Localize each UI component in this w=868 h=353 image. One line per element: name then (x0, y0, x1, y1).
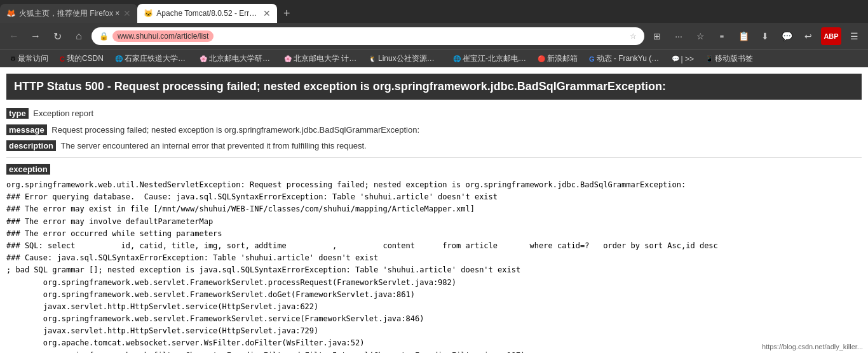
description-section: description The server encountered an in… (6, 140, 862, 152)
page-content: HTTP Status 500 - Request processing fai… (0, 67, 868, 353)
address-highlight[interactable]: www.shuhui.com/article/list (112, 30, 214, 42)
tomcat-favicon: 🐱 (144, 9, 153, 18)
tab-bar: 🦊 火狐主页，推荐使用 Firefox × ✕ 🐱 Apache Tomcat/… (0, 0, 868, 23)
bookmark-bupt-cs[interactable]: 🌸 北京邮电大学 计算机... (279, 52, 362, 65)
bookmark-linux[interactable]: 🐧 Linux公社资源站_Linu... (363, 52, 447, 65)
more-tools-button[interactable]: ··· (670, 27, 688, 45)
bookmark-most-visited[interactable]: ⚙ 最常访问 (5, 52, 53, 65)
exception-text: org.springframework.web.util.NestedServl… (6, 179, 862, 353)
bookmark-wechat[interactable]: 💬 | >> (667, 53, 699, 65)
message-label: message (6, 124, 47, 135)
bookmark-csdn-label: 我的CSDN (67, 53, 104, 64)
bookmark-bupt-grad[interactable]: 🌸 北京邮电大学研究生... (194, 52, 278, 65)
bookmark-shijiazhuang[interactable]: 🌐 石家庄铁道大学教学... (110, 52, 193, 65)
error-header: HTTP Status 500 - Request processing fai… (6, 74, 862, 100)
menu-button[interactable]: ☰ (845, 27, 863, 45)
bookmark-mobile-label: 移动版书签 (715, 53, 753, 64)
home-button[interactable]: ⌂ (70, 27, 88, 45)
bookmark-mobile[interactable]: 📱 移动版书签 (700, 52, 758, 65)
navigation-bar: ← → ↻ ⌂ 🔒 www.shuhui.com/article/list ☆ … (0, 23, 868, 50)
bookmark-sina-mail[interactable]: 🔴 新浪邮箱 (532, 52, 583, 65)
exception-section: exception (6, 163, 862, 176)
most-visited-icon: ⚙ (10, 55, 16, 62)
bookmark-wechat-label: | >> (681, 55, 694, 63)
sidebar-button[interactable]: 📋 (735, 27, 752, 45)
description-value: The server encountered an internal error… (60, 141, 366, 150)
message-section: message Request processing failed; neste… (6, 124, 862, 137)
bookmark-frankyu[interactable]: G 动态 - FrankYu (fran... (584, 52, 665, 65)
bookmark-frankyu-label: 动态 - FrankYu (fran... (597, 53, 660, 64)
bupt-cs-icon: 🌸 (284, 55, 292, 62)
reload-button[interactable]: ↻ (48, 27, 66, 45)
type-section: type Exception report (6, 107, 862, 120)
bookmarks-bar: ⚙ 最常访问 C 我的CSDN 🌐 石家庄铁道大学教学... 🌸 北京邮电大学研… (0, 50, 868, 67)
mobile-icon: 📱 (705, 55, 713, 62)
firefox-favicon: 🦊 (6, 9, 15, 18)
linux-icon: 🐧 (369, 55, 376, 62)
bookmark-bupt-grad-label: 北京邮电大学研究生... (209, 53, 273, 64)
bookmark-linux-label: Linux公社资源站_Linu... (378, 53, 442, 64)
download-button[interactable]: ⬇ (756, 27, 774, 45)
description-label: description (6, 140, 56, 151)
wechat-icon: 💬 (672, 55, 679, 62)
abp-button[interactable]: ABP (821, 27, 841, 45)
new-tab-button[interactable]: + (277, 4, 296, 23)
bookmark-shijiazhuang-label: 石家庄铁道大学教学... (125, 53, 188, 64)
type-value: Exception report (33, 109, 93, 118)
bookmark-star-button[interactable]: ☆ (691, 27, 709, 45)
tab-tomcat-title: Apache Tomcat/8.0.52 - Error re... (156, 9, 259, 18)
chat-button[interactable]: 💬 (778, 27, 796, 45)
exception-label: exception (6, 164, 50, 175)
tab-firefox-title: 火狐主页，推荐使用 Firefox × (19, 8, 119, 19)
message-value: Request processing failed; nested except… (51, 125, 419, 135)
back-sync-button[interactable]: ↩ (799, 27, 817, 45)
tab-tomcat-error[interactable]: 🐱 Apache Tomcat/8.0.52 - Error re... ✕ (137, 4, 277, 23)
extensions-button[interactable]: ⊞ (648, 27, 666, 45)
tab-firefox-close[interactable]: ✕ (123, 8, 131, 18)
shijiazhuang-icon: 🌐 (115, 55, 123, 62)
bookmark-csdn[interactable]: C 我的CSDN (55, 52, 109, 65)
address-bar[interactable]: 🔒 www.shuhui.com/article/list ☆ (92, 27, 644, 45)
back-button[interactable]: ← (5, 27, 23, 45)
frankyu-icon: G (589, 55, 595, 63)
tab-firefox-home[interactable]: 🦊 火狐主页，推荐使用 Firefox × ✕ (0, 4, 137, 23)
lock-icon: 🔒 (99, 32, 109, 41)
bottom-note: https://blog.csdn.net/adly_killer... (762, 343, 863, 350)
bookmark-cuibaojian[interactable]: 🌐 崔宝江-北京邮电大学... (448, 52, 531, 65)
bookmark-most-visited-label: 最常访问 (18, 53, 48, 64)
bupt-grad-icon: 🌸 (200, 55, 207, 62)
sina-icon: 🔴 (538, 55, 545, 62)
forward-button[interactable]: → (27, 27, 44, 45)
tab-tomcat-close[interactable]: ✕ (263, 8, 271, 18)
synced-tabs-button[interactable]: ≡ (713, 27, 731, 45)
bookmark-sina-label: 新浪邮箱 (547, 53, 578, 64)
bookmark-cuibaojian-label: 崔宝江-北京邮电大学... (463, 53, 526, 64)
type-label: type (6, 108, 29, 119)
bookmark-bupt-cs-label: 北京邮电大学 计算机... (294, 53, 357, 64)
browser-frame: 🦊 火狐主页，推荐使用 Firefox × ✕ 🐱 Apache Tomcat/… (0, 0, 868, 67)
csdn-icon: C (60, 55, 65, 63)
divider-1 (6, 157, 862, 158)
address-star[interactable]: ☆ (630, 32, 637, 41)
cuibaojian-icon: 🌐 (453, 55, 461, 62)
